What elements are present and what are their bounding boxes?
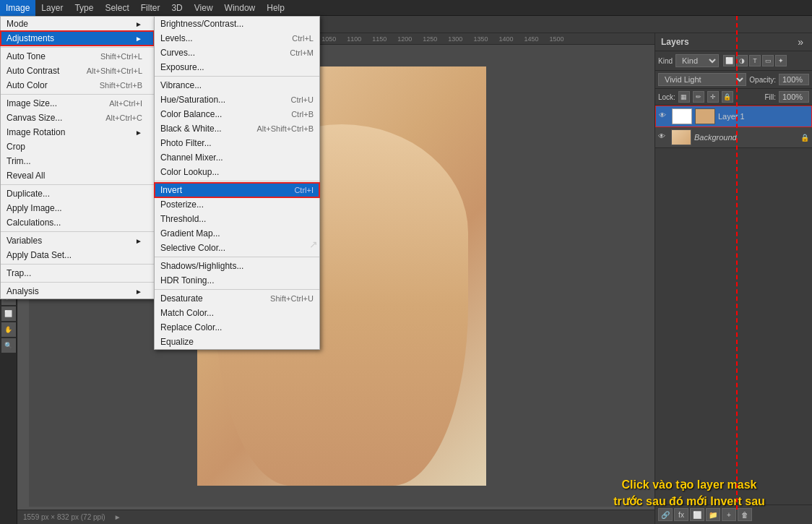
blend-mode-dropdown[interactable]: Vivid Light [658,73,746,86]
menu-photo-filter[interactable]: Photo Filter... [155,136,319,150]
menu-item-select[interactable]: Select [99,0,134,16]
menu-item-layer[interactable]: Layer [35,0,69,16]
opacity-input[interactable] [779,74,809,85]
menu-mode[interactable]: Mode ► [1,17,154,31]
menu-auto-contrast[interactable]: Auto Contrast Alt+Shift+Ctrl+L [1,64,154,78]
menu-color-balance[interactable]: Color Balance... Ctrl+B [155,107,319,121]
menu-apply-dataset[interactable]: Apply Data Set... [1,248,154,262]
menu-levels[interactable]: Levels... Ctrl+L [155,31,319,46]
image-dropdown-menu: Mode ► Adjustments ► Auto Tone Shift+Ctr… [0,16,155,299]
lock-paint-icon[interactable]: ✏ [693,91,704,103]
menu-item-filter[interactable]: Filter [135,0,166,16]
lock-transparent-icon[interactable]: ▦ [678,91,690,103]
menu-match-color[interactable]: Match Color... [155,306,319,320]
filter-adjust-icon[interactable]: ◑ [736,55,748,66]
menu-threshold[interactable]: Threshold... [155,212,319,226]
layers-empty-area [655,148,812,504]
menu-invert[interactable]: Invert Ctrl+I [155,183,319,197]
menu-canvas-size[interactable]: Canvas Size... Alt+Ctrl+C [1,111,154,125]
link-layers-btn[interactable]: 🔗 [658,508,673,521]
menu-item-3d[interactable]: 3D [165,0,188,16]
sep6 [1,282,154,283]
layer-row-1[interactable]: 👁 Layer 1 [655,106,812,127]
menu-reveal-all[interactable]: Reveal All [1,168,154,183]
menu-color-lookup[interactable]: Color Lookup... [155,165,319,179]
analysis-arrow: ► [135,288,142,296]
panel-header: Layers » [655,33,812,51]
menu-curves[interactable]: Curves... Ctrl+M [155,46,319,60]
menu-bar: Image Layer Type Select Filter 3D View W… [0,0,812,16]
menu-item-image[interactable]: Image [0,0,35,16]
kind-dropdown[interactable]: Kind [675,54,719,67]
status-arrow[interactable]: ► [114,513,121,521]
menu-analysis[interactable]: Analysis ► [1,284,154,298]
menu-variables[interactable]: Variables ► [1,233,154,248]
lock-move-icon[interactable]: ✛ [707,91,719,103]
menu-auto-color[interactable]: Auto Color Shift+Ctrl+B [1,78,154,93]
new-layer-btn[interactable]: + [722,508,736,521]
menu-item-type[interactable]: Type [69,0,99,16]
menu-vibrance[interactable]: Vibrance... [155,78,319,93]
adj-sep2 [155,181,319,181]
menu-desaturate[interactable]: Desaturate Shift+Ctrl+U [155,291,319,306]
menu-gradient-map[interactable]: Gradient Map... [155,226,319,241]
lock-label: Lock: [658,93,675,101]
menu-duplicate[interactable]: Duplicate... [1,186,154,201]
add-style-btn[interactable]: fx [674,508,688,521]
layer-thumb-mask [672,108,692,124]
menu-trim[interactable]: Trim... [1,154,154,168]
menu-channel-mixer[interactable]: Channel Mixer... [155,150,319,165]
menu-brightness[interactable]: Brightness/Contrast... [155,17,319,31]
filter-shape-icon[interactable]: ▭ [762,55,774,66]
layer-row-bg[interactable]: 👁 Background 🔒 [655,127,812,148]
expand-button[interactable]: » [795,36,806,48]
menu-item-window[interactable]: Window [219,0,262,16]
filter-type-icon[interactable]: T [749,55,761,66]
menu-crop[interactable]: Crop [1,139,154,154]
menu-equalize[interactable]: Equalize [155,335,319,349]
menu-black-white[interactable]: Black & White... Alt+Shift+Ctrl+B [155,121,319,136]
menu-auto-tone[interactable]: Auto Tone Shift+Ctrl+L [1,49,154,64]
layer-visibility-bg[interactable]: 👁 [658,132,668,142]
adjustments-submenu: Brightness/Contrast... Levels... Ctrl+L … [154,16,320,350]
blend-row: Vivid Light Opacity: [655,71,812,89]
menu-trap[interactable]: Trap... [1,266,154,280]
tool-zoom[interactable]: 🔍 [1,338,16,353]
layer-name-bg: Background [694,133,798,142]
menu-image-rotation[interactable]: Image Rotation ► [1,125,154,139]
adj-sep4 [155,289,319,290]
menu-shadows-highlights[interactable]: Shadows/Highlights... [155,259,319,273]
menu-calculations[interactable]: Calculations... [1,215,154,230]
layer-lock-icon: 🔒 [800,134,809,142]
sep3 [1,184,154,185]
delete-layer-btn[interactable]: 🗑 [738,508,752,521]
tool-shape[interactable]: ⬜ [1,306,16,321]
variables-arrow: ► [135,237,142,245]
menu-item-view[interactable]: View [189,0,219,16]
filter-pixel-icon[interactable]: ⬜ [723,55,735,66]
adj-sep3 [155,257,319,257]
menu-image-size[interactable]: Image Size... Alt+Ctrl+I [1,96,154,111]
menu-item-help[interactable]: Help [261,0,290,16]
sep1 [1,47,154,48]
opacity-label: Opacity: [749,76,776,84]
rotation-arrow: ► [135,129,142,137]
add-mask-btn[interactable]: ⬜ [690,508,704,521]
fill-input[interactable] [779,91,809,103]
menu-exposure[interactable]: Exposure... [155,60,319,74]
menu-hdr-toning[interactable]: HDR Toning... [155,273,319,288]
menu-hue-sat[interactable]: Hue/Saturation... Ctrl+U [155,93,319,107]
filter-smart-icon[interactable]: ✦ [775,55,787,66]
tool-hand[interactable]: ✋ [1,322,16,337]
layer-visibility-1[interactable]: 👁 [659,111,669,121]
menu-adjustments[interactable]: Adjustments ► [1,31,154,46]
menu-apply-image[interactable]: Apply Image... [1,201,154,215]
new-group-btn[interactable]: 📁 [706,508,720,521]
menu-selective-color[interactable]: Selective Color... [155,241,319,255]
status-bar: 1559 px × 832 px (72 ppi) ► [17,510,655,524]
menu-replace-color[interactable]: Replace Color... [155,320,319,335]
layer-filter-icons: ⬜ ◑ T ▭ ✦ [723,55,787,66]
menu-posterize[interactable]: Posterize... [155,197,319,212]
sep4 [1,231,154,232]
lock-all-icon[interactable]: 🔒 [722,91,733,103]
